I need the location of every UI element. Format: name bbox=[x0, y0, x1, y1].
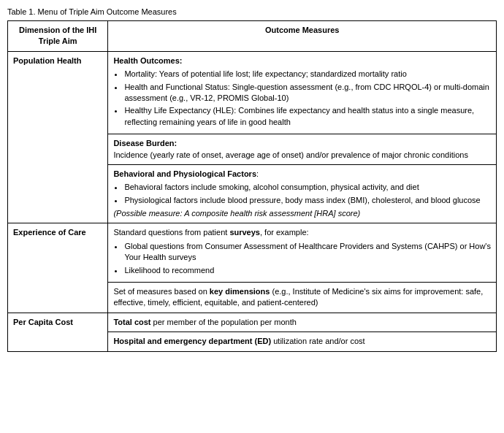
outcome-text: Set of measures based on key dimensions … bbox=[113, 287, 483, 307]
section-header: Disease Burden: bbox=[113, 139, 177, 147]
list-item: Healthy Life Expectancy (HLE): Combines … bbox=[124, 105, 491, 128]
list-item: Likelihood to recommend bbox=[124, 265, 491, 276]
outcome-cell: Health Outcomes: Mortality: Years of pot… bbox=[108, 51, 497, 134]
section-header: Behavioral and Physiological Factors bbox=[113, 169, 256, 178]
list-item: Physiological factors include blood pres… bbox=[124, 195, 491, 206]
outcome-cell: Total cost per member of the population … bbox=[108, 313, 497, 332]
outcome-cell: Behavioral and Physiological Factors: Be… bbox=[108, 164, 497, 223]
table-row: Experience of Care Standard questions fr… bbox=[8, 223, 497, 283]
outcome-text: Standard questions from patient surveys,… bbox=[113, 228, 308, 237]
list-item: Mortality: Years of potential life lost;… bbox=[124, 69, 491, 80]
table-row: Per Capita Cost Total cost per member of… bbox=[8, 313, 497, 332]
outcome-cell: Set of measures based on key dimensions … bbox=[108, 283, 497, 313]
outcome-text: Incidence (yearly rate of onset, average… bbox=[113, 150, 468, 159]
outcome-cell: Disease Burden: Incidence (yearly rate o… bbox=[108, 134, 497, 165]
colon: : bbox=[256, 169, 259, 178]
section-header: Health Outcomes: bbox=[113, 56, 182, 65]
outcome-text: Hospital and emergency department (ED) u… bbox=[113, 337, 364, 345]
outcome-cell: Standard questions from patient surveys,… bbox=[108, 223, 497, 283]
outcome-text: Total cost per member of the population … bbox=[113, 318, 296, 326]
bullet-list: Behavioral factors include smoking, alco… bbox=[124, 182, 491, 206]
note-text: (Possible measure: A composite health ri… bbox=[113, 209, 360, 218]
list-item: Global questions from Consumer Assessmen… bbox=[124, 241, 491, 264]
list-item: Health and Functional Status: Single-que… bbox=[124, 82, 491, 104]
dimension-cost: Per Capita Cost bbox=[8, 313, 108, 351]
main-table: Dimension of the IHI Triple Aim Outcome … bbox=[7, 20, 497, 352]
bullet-list: Global questions from Consumer Assessmen… bbox=[124, 241, 491, 276]
list-item: Behavioral factors include smoking, alco… bbox=[124, 182, 491, 193]
outcome-cell: Hospital and emergency department (ED) u… bbox=[108, 332, 497, 351]
header-outcome: Outcome Measures bbox=[108, 21, 497, 52]
dimension-experience: Experience of Care bbox=[8, 223, 108, 313]
dimension-population-health: Population Health bbox=[8, 51, 108, 223]
bullet-list: Mortality: Years of potential life lost;… bbox=[124, 69, 491, 128]
table-title: Table 1. Menu of Triple Aim Outcome Meas… bbox=[7, 7, 497, 16]
table-row: Population Health Health Outcomes: Morta… bbox=[8, 51, 497, 134]
header-dimension: Dimension of the IHI Triple Aim bbox=[8, 21, 108, 52]
